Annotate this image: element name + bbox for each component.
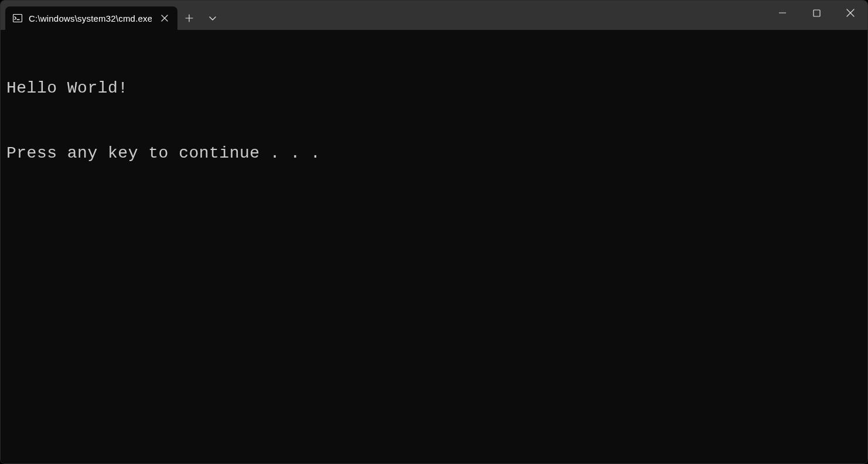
svg-rect-3 [814,10,820,16]
terminal-line: Press any key to continue . . . [6,143,862,165]
tab-dropdown-button[interactable] [201,6,224,30]
terminal-line: Hello World! [6,78,862,100]
minimize-button[interactable] [766,1,799,25]
maximize-button[interactable] [799,1,833,25]
window-frame: C:\windows\system32\cmd.exe [0,0,868,464]
terminal-output[interactable]: Hello World! Press any key to continue .… [1,30,867,463]
tab-title: C:\windows\system32\cmd.exe [29,13,152,23]
close-tab-button[interactable] [158,11,172,25]
svg-rect-0 [13,15,22,22]
new-tab-button[interactable] [177,6,201,30]
terminal-icon [12,13,23,23]
tab-strip: C:\windows\system32\cmd.exe [1,1,224,30]
titlebar[interactable]: C:\windows\system32\cmd.exe [1,1,867,30]
close-window-button[interactable] [833,1,867,25]
window-controls [766,1,867,30]
tab-active[interactable]: C:\windows\system32\cmd.exe [5,6,177,30]
